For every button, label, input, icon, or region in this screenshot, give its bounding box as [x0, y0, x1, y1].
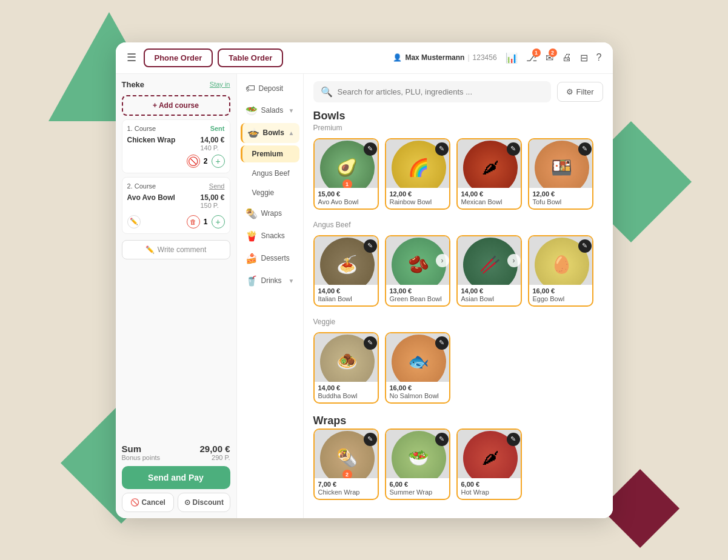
order-item-chickenwrap-points: 140 P.: [200, 144, 224, 152]
asianbowl-name: Asian Bowl: [461, 295, 517, 302]
course-1-status: Sent: [210, 125, 225, 132]
bowls-veggie-grid: 🧆 ✎ 14,00 € Buddha Bowl 🐟 ✎: [313, 332, 603, 404]
product-chickenwrap[interactable]: 🌯 ✎ 2 7,00 € Chicken Wrap: [313, 428, 379, 500]
share-icon-btn[interactable]: ⎇ 1: [526, 52, 537, 64]
chickenwrap-info: 7,00 € Chicken Wrap: [315, 478, 378, 499]
bonus-row: Bonus points 290 P.: [122, 454, 230, 461]
avoavobowl-plus-btn[interactable]: +: [212, 215, 225, 228]
cat-salads[interactable]: 🥗 Salads ▼: [241, 101, 299, 121]
product-avoavobowl[interactable]: 🥑 ✎ 1 15,00 € Avo Avo Bowl: [313, 138, 379, 210]
share-badge: 1: [532, 48, 541, 57]
discount-button[interactable]: ⊙ Discount: [178, 493, 230, 512]
avoavobowl-name: Avo Avo Bowl: [318, 198, 374, 205]
add-course-button[interactable]: + Add course: [122, 95, 230, 116]
header-tabs: Phone Order Table Order: [144, 48, 284, 67]
product-eggobowl[interactable]: 🥚 ✎ 16,00 € Eggo Bowl: [528, 235, 593, 307]
sum-section: Sum 29,00 € Bonus points 290 P. Send and…: [122, 439, 230, 512]
sub-cat-angusbeef[interactable]: Angus Beef: [241, 165, 299, 182]
greenbeanbowl-arrow-icon[interactable]: ›: [436, 254, 449, 267]
order-item-avoavobowl-name: Avo Avo Bowl: [127, 193, 175, 202]
sub-cat-veggie[interactable]: Veggie: [241, 184, 299, 201]
bowls-section-title: Bowls: [313, 110, 603, 122]
rainbowbowl-edit-icon[interactable]: ✎: [435, 142, 449, 156]
chickenwrap-minus-btn[interactable]: 🚫: [187, 155, 200, 168]
register-icon-btn[interactable]: ⊟: [580, 52, 588, 64]
nosalmonbowl-info: 16,00 € No Salmon Bowl: [386, 382, 449, 402]
drinks-label: Drinks: [261, 276, 282, 285]
product-area: 🔍 ⚙ Filter Bowls Premium 🥑 ✎: [304, 74, 613, 518]
mexicanbowl-edit-icon[interactable]: ✎: [507, 142, 520, 156]
user-info: 👤 Max Mustermann | 123456: [393, 53, 496, 62]
filter-button[interactable]: ⚙ Filter: [557, 82, 603, 102]
rainbowbowl-img: 🌈 ✎: [386, 139, 450, 188]
course-1-section: 1. Course Sent Chicken Wrap 14,00 € 140 …: [122, 119, 230, 173]
cancel-label: Cancel: [142, 498, 165, 507]
phone-order-tab[interactable]: Phone Order: [144, 48, 213, 67]
buddhbowl-edit-icon[interactable]: ✎: [364, 336, 377, 350]
cancel-button[interactable]: 🚫 Cancel: [122, 493, 175, 512]
cat-snacks[interactable]: 🍟 Snacks: [241, 226, 299, 246]
product-tofubowl[interactable]: 🍱 ✎ 12,00 € Tofu Bowl: [528, 138, 593, 210]
product-italianbowl[interactable]: 🍝 ✎ 14,00 € Italian Bowl: [313, 235, 379, 307]
avoavobowl-qty: 1: [204, 218, 208, 226]
chickenwrap-plus-btn[interactable]: +: [212, 155, 225, 168]
course-2-status[interactable]: Send: [209, 182, 225, 190]
cat-desserts[interactable]: 🍰 Desserts: [241, 248, 299, 268]
sub-cat-premium[interactable]: Premium: [241, 145, 299, 162]
pencil-icon: ✏️: [145, 245, 155, 254]
order-item-chickenwrap-price-block: 14,00 € 140 P.: [200, 136, 224, 152]
chickenwrap-edit-icon[interactable]: ✎: [364, 433, 377, 446]
product-asianbowl[interactable]: 🥢 › 14,00 € Asian Bowl: [456, 235, 522, 307]
write-comment-button[interactable]: ✏️ Write comment: [122, 240, 230, 259]
asianbowl-arrow-icon[interactable]: ›: [507, 254, 521, 267]
chart-icon-btn[interactable]: 📊: [506, 52, 518, 64]
avoavobowl-edit-btn[interactable]: ✏️: [127, 215, 141, 228]
cat-deposit[interactable]: 🏷 Deposit: [241, 79, 299, 98]
tofubowl-img: 🍱 ✎: [529, 139, 593, 188]
nosalmonbowl-edit-icon[interactable]: ✎: [435, 336, 449, 350]
help-icon-btn[interactable]: ?: [596, 52, 602, 63]
italianbowl-edit-icon[interactable]: ✎: [364, 239, 377, 253]
product-buddhbowl[interactable]: 🧆 ✎ 14,00 € Buddha Bowl: [313, 332, 379, 404]
chickenwrap-qty-control: 🚫 2 +: [127, 155, 225, 168]
hotwrap-price: 6,00 €: [461, 481, 517, 488]
write-comment-label: Write comment: [158, 245, 206, 254]
cat-wraps[interactable]: 🌯 Wraps: [241, 204, 299, 224]
cat-drinks[interactable]: 🥤 Drinks ▼: [241, 271, 299, 291]
hotwrap-info: 6,00 € Hot Wrap: [458, 478, 521, 499]
eggobowl-edit-icon[interactable]: ✎: [578, 239, 592, 253]
send-pay-button[interactable]: Send and Pay: [122, 466, 230, 489]
stay-in-link[interactable]: Stay in: [210, 81, 230, 88]
italianbowl-name: Italian Bowl: [318, 295, 374, 302]
product-rainbowbowl[interactable]: 🌈 ✎ 12,00 € Rainbow Bowl: [385, 138, 450, 210]
search-input[interactable]: [338, 87, 544, 96]
hotwrap-img: 🌶 ✎: [458, 430, 522, 478]
avoavobowl-edit-icon[interactable]: ✎: [364, 142, 377, 156]
table-order-tab[interactable]: Table Order: [218, 48, 283, 67]
rainbowbowl-price: 12,00 €: [390, 190, 446, 198]
tofubowl-edit-icon[interactable]: ✎: [578, 142, 592, 156]
buddhbowl-name: Buddha Bowl: [318, 392, 374, 399]
bonus-value: 290 P.: [212, 454, 230, 461]
hotwrap-edit-icon[interactable]: ✎: [507, 433, 520, 446]
sum-row: Sum 29,00 €: [122, 444, 230, 454]
wraps-section: Wraps 🌯 ✎ 2 7,00 € Chicken Wrap: [313, 415, 603, 500]
product-summerwrap[interactable]: 🥗 ✎ 6,00 € Summer Wrap: [385, 428, 450, 500]
avoavobowl-delete-btn[interactable]: 🗑: [187, 215, 200, 228]
mail-icon-btn[interactable]: ✉ 2: [546, 52, 553, 64]
header-right: 👤 Max Mustermann | 123456 📊 ⎇ 1 ✉ 2 🖨 ⊟ …: [393, 52, 601, 64]
bowls-premium-subtitle: Premium: [313, 124, 603, 132]
product-nosalmonbowl[interactable]: 🐟 ✎ 16,00 € No Salmon Bowl: [385, 332, 450, 404]
summerwrap-edit-icon[interactable]: ✎: [435, 433, 449, 446]
menu-icon[interactable]: ☰: [127, 51, 136, 64]
cat-bowls[interactable]: 🍲 Bowls ▲: [241, 123, 299, 143]
buddhbowl-price: 14,00 €: [318, 384, 374, 392]
avoavobowl-img: 🥑 ✎ 1: [315, 139, 379, 188]
bowls-section: Bowls Premium 🥑 ✎ 1 15,00 € Avo Avo Bowl: [313, 110, 603, 404]
printer-icon-btn[interactable]: 🖨: [562, 52, 572, 63]
course-1-label: 1. Course: [127, 125, 156, 132]
product-hotwrap[interactable]: 🌶 ✎ 6,00 € Hot Wrap: [456, 428, 522, 500]
product-greenbeanbowl[interactable]: 🫘 › 13,00 € Green Bean Bowl: [385, 235, 450, 307]
product-mexicanbowl[interactable]: 🌶 ✎ 14,00 € Mexican Bowl: [456, 138, 522, 210]
cancel-icon: 🚫: [130, 498, 139, 507]
